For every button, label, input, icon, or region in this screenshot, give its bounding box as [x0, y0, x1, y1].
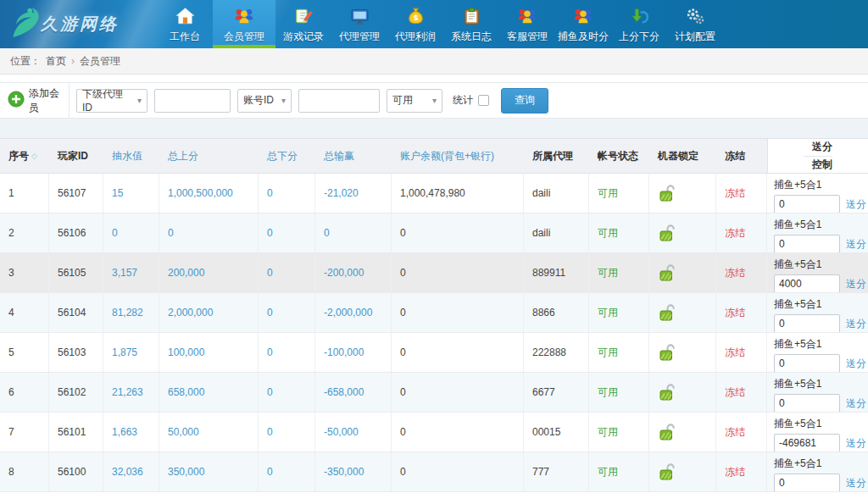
nav-item-score-updown[interactable]: 上分下分: [611, 0, 667, 48]
freeze-link[interactable]: 冻结: [725, 346, 745, 360]
send-score-link[interactable]: 送分: [846, 317, 866, 331]
freeze-link[interactable]: 冻结: [725, 306, 745, 320]
total-winloss-link[interactable]: -658,000: [324, 386, 364, 398]
unlock-icon[interactable]: [658, 424, 676, 440]
freeze-link[interactable]: 冻结: [725, 226, 745, 241]
total-up-link[interactable]: 200,000: [168, 267, 204, 279]
total-winloss-link[interactable]: -21,020: [324, 187, 359, 199]
total-up-link[interactable]: 658,000: [168, 386, 204, 398]
unlock-icon[interactable]: [658, 384, 676, 401]
header-balance[interactable]: 账户余额(背包+银行): [392, 139, 524, 173]
account-id-select[interactable]: 账号ID ▾: [237, 89, 292, 113]
nav-item-workbench[interactable]: 工作台: [157, 0, 213, 48]
total-winloss-link[interactable]: 0: [324, 227, 330, 239]
pump-value-link[interactable]: 81,282: [112, 307, 143, 319]
pump-value-link[interactable]: 3,157: [112, 267, 137, 279]
send-score-input[interactable]: [774, 434, 840, 451]
cell-seq: 2: [0, 213, 49, 252]
header-pump[interactable]: 抽水值: [103, 139, 159, 173]
pump-value-link[interactable]: 15: [112, 187, 123, 199]
freeze-link[interactable]: 冻结: [725, 186, 745, 201]
total-winloss-link[interactable]: -2,000,000: [324, 307, 372, 319]
cell-pump: 0: [103, 213, 159, 252]
send-score-link[interactable]: 送分: [846, 237, 866, 252]
freeze-link[interactable]: 冻结: [725, 385, 745, 400]
cell-control: 捕鱼+5合1 送分: [767, 213, 868, 252]
send-score-input[interactable]: [774, 235, 840, 252]
pump-value-link[interactable]: 0: [112, 227, 118, 239]
nav-items: 工作台 会员管理 游戏记录 代理管理 $ 代理利润: [157, 0, 723, 48]
header-account-status: 帐号状态: [589, 139, 649, 173]
add-member-button[interactable]: 添加会员: [0, 83, 70, 118]
unlock-icon[interactable]: [658, 304, 676, 321]
send-score-input[interactable]: [774, 314, 840, 332]
send-score-input[interactable]: [774, 474, 840, 491]
total-down-link[interactable]: 0: [267, 466, 273, 478]
cell-machine-lock: [649, 452, 716, 491]
pump-value-link[interactable]: 1,875: [112, 346, 137, 358]
total-down-link[interactable]: 0: [267, 187, 273, 199]
total-winloss-link[interactable]: -100,000: [324, 346, 364, 358]
nav-item-agent-profit[interactable]: $ 代理利润: [387, 0, 443, 48]
send-score-input[interactable]: [774, 354, 840, 372]
total-down-link[interactable]: 0: [267, 346, 273, 358]
nav-item-system-log[interactable]: 系统日志: [443, 0, 499, 48]
nav-item-fishing-points[interactable]: 捕鱼及时分: [555, 0, 611, 48]
unlock-icon[interactable]: [658, 224, 676, 241]
total-down-link[interactable]: 0: [267, 307, 273, 319]
freeze-link[interactable]: 冻结: [725, 425, 745, 440]
total-down-link[interactable]: 0: [267, 227, 273, 239]
send-score-link[interactable]: 送分: [846, 436, 866, 451]
stats-checkbox[interactable]: [478, 95, 489, 106]
freeze-link[interactable]: 冻结: [725, 465, 745, 479]
status-select[interactable]: 可用 ▾: [387, 89, 442, 113]
agent-id-select[interactable]: 下级代理ID ▾: [76, 89, 147, 113]
send-score-input[interactable]: [774, 394, 840, 412]
send-score-link[interactable]: 送分: [846, 277, 866, 291]
total-winloss-link[interactable]: -200,000: [324, 267, 364, 279]
send-score-link[interactable]: 送分: [846, 396, 866, 411]
total-down-link[interactable]: 0: [267, 267, 273, 279]
breadcrumb-home-link[interactable]: 首页: [46, 54, 66, 69]
pump-value-link[interactable]: 21,263: [112, 386, 143, 398]
pump-value-link[interactable]: 32,036: [112, 466, 143, 478]
agent-id-input[interactable]: [154, 89, 231, 113]
cell-account-status: 可用: [589, 373, 649, 412]
nav-item-customer-service[interactable]: 客服管理: [499, 0, 555, 48]
total-down-link[interactable]: 0: [267, 426, 273, 438]
search-button[interactable]: 查询: [501, 88, 548, 114]
nav-item-plan-config[interactable]: 计划配置: [667, 0, 723, 48]
total-winloss-link[interactable]: -350,000: [324, 466, 364, 478]
total-up-link[interactable]: 2,000,000: [168, 307, 213, 319]
unlock-icon[interactable]: [658, 264, 676, 281]
total-up-link[interactable]: 50,000: [168, 426, 199, 438]
pump-value-link[interactable]: 1,663: [112, 426, 137, 438]
nav-item-members[interactable]: 会员管理: [213, 0, 275, 48]
total-up-link[interactable]: 350,000: [168, 466, 204, 478]
send-score-input[interactable]: [774, 195, 840, 213]
send-score-link[interactable]: 送分: [846, 357, 866, 371]
send-score-input[interactable]: [774, 274, 840, 292]
cell-total-up: 50,000: [159, 413, 259, 451]
header-total-down[interactable]: 总下分: [259, 139, 315, 173]
nav-item-game-records[interactable]: 游戏记录: [275, 0, 331, 48]
total-up-link[interactable]: 100,000: [168, 346, 204, 358]
send-score-link[interactable]: 送分: [846, 197, 866, 212]
unlock-icon[interactable]: [658, 185, 676, 202]
unlock-icon[interactable]: [658, 344, 676, 361]
cell-total-down: 0: [259, 174, 315, 213]
account-id-input[interactable]: [298, 89, 380, 113]
header-total-winloss[interactable]: 总输赢: [315, 139, 392, 173]
total-winloss-link[interactable]: -50,000: [324, 426, 359, 438]
total-down-link[interactable]: 0: [267, 386, 273, 398]
total-up-link[interactable]: 1,000,500,000: [168, 187, 233, 199]
nav-item-agent-management[interactable]: 代理管理: [331, 0, 387, 48]
total-up-link[interactable]: 0: [168, 227, 174, 239]
header-total-up[interactable]: 总上分: [159, 139, 259, 173]
agent-profit-icon: $: [405, 5, 426, 27]
send-score-link[interactable]: 送分: [846, 476, 866, 490]
unlock-icon[interactable]: [658, 463, 676, 480]
sort-icon[interactable]: ◇: [31, 152, 37, 160]
freeze-link[interactable]: 冻结: [725, 266, 745, 280]
header-freeze: 冻结: [716, 139, 767, 173]
